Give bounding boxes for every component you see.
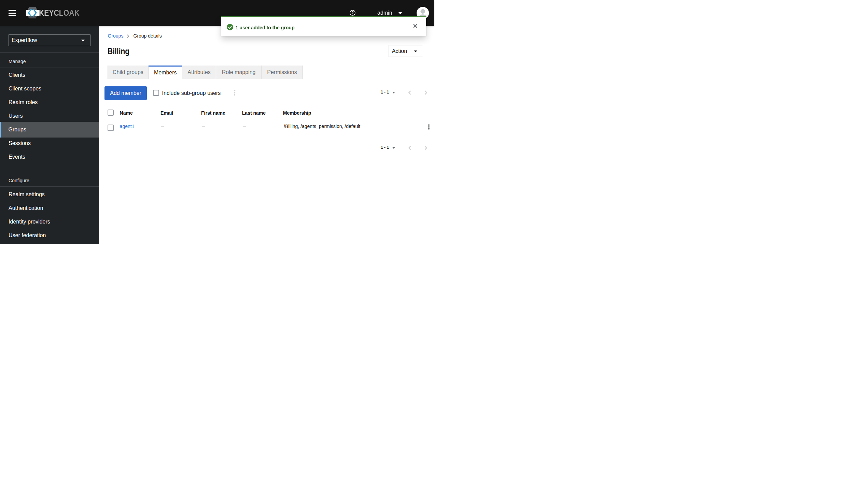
svg-text:?: ? (351, 11, 354, 15)
